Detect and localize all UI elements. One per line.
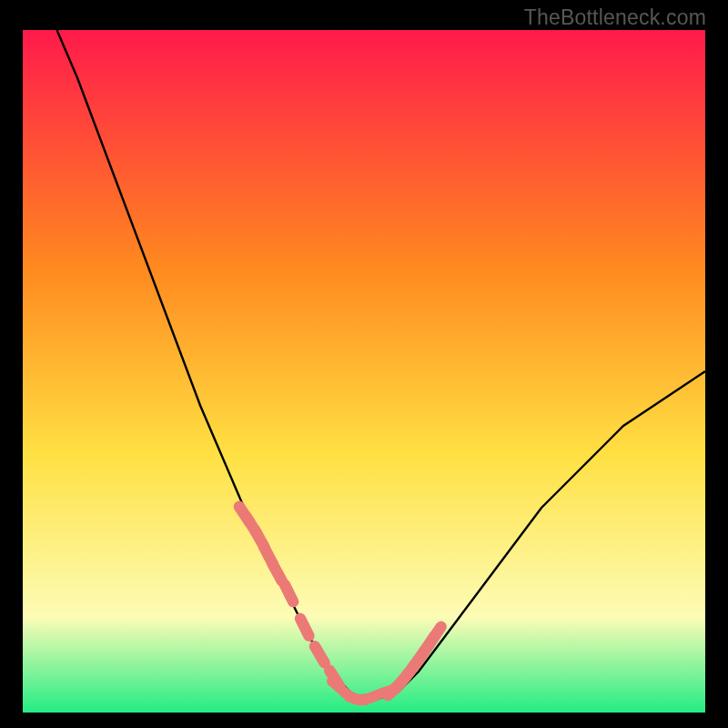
data-marker <box>285 584 293 602</box>
chart-frame <box>23 30 705 713</box>
watermark-text: TheBottleneck.com <box>524 5 706 30</box>
gradient-background <box>23 30 705 713</box>
data-marker <box>300 619 309 636</box>
bottleneck-chart <box>23 30 705 713</box>
